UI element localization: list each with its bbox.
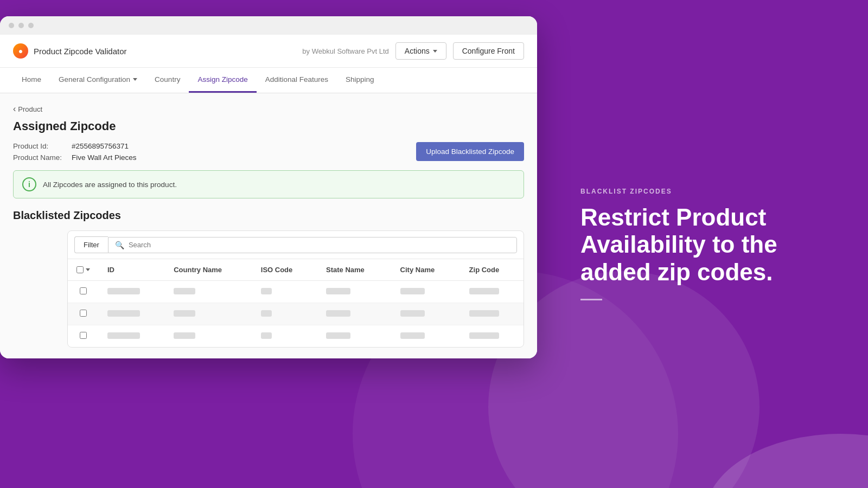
cell-country-name <box>165 303 252 325</box>
upload-blacklisted-zipcode-button[interactable]: Upload Blacklisted Zipcode <box>416 142 524 161</box>
right-panel: BLACKLIST ZIPCODES Restrict Product Avai… <box>537 0 868 488</box>
tab-country[interactable]: Country <box>146 68 189 93</box>
cell-id <box>99 325 165 348</box>
general-config-chevron-icon <box>133 78 137 81</box>
blacklisted-zipcodes-table-container: Filter 🔍 ID <box>67 230 524 348</box>
search-input[interactable] <box>129 241 510 249</box>
cell-zip-code <box>461 303 524 325</box>
panel-title: Restrict Product Availability to the add… <box>580 204 825 286</box>
cell-country-name <box>165 281 252 303</box>
th-checkbox <box>68 259 99 281</box>
product-info: Product Id: #2556895756371 Product Name:… <box>13 142 137 162</box>
search-icon: 🔍 <box>115 241 124 249</box>
breadcrumb-product-label: Product <box>18 105 42 113</box>
th-iso-code: ISO Code <box>252 259 317 281</box>
product-id-label: Product Id: <box>13 142 67 150</box>
cell-id <box>99 303 165 325</box>
tab-shipping[interactable]: Shipping <box>337 68 383 93</box>
tab-general-label: General Configuration <box>59 75 130 84</box>
cell-state-name <box>317 325 392 348</box>
row-checkbox-cell <box>68 281 99 303</box>
app-title: Product Zipcode Validator <box>34 47 126 56</box>
browser-dot-3 <box>28 23 34 28</box>
row-checkbox[interactable] <box>80 332 87 339</box>
cell-iso-code <box>252 281 317 303</box>
th-zip-code: Zip Code <box>461 259 524 281</box>
tab-general-configuration[interactable]: General Configuration <box>50 68 146 93</box>
th-id: ID <box>99 259 165 281</box>
cell-state-name <box>317 281 392 303</box>
browser-dot-2 <box>18 23 24 28</box>
browser-titlebar <box>0 16 537 35</box>
product-info-row: Product Id: #2556895756371 Product Name:… <box>13 142 524 162</box>
data-table: ID Country Name ISO Code State Name City… <box>68 259 524 347</box>
row-checkbox-cell <box>68 325 99 348</box>
main-content: ‹ Product Assigned Zipcode Product Id: #… <box>0 93 537 358</box>
cell-iso-code <box>252 303 317 325</box>
tab-additional-features[interactable]: Additional Features <box>257 68 337 93</box>
cell-zip-code <box>461 325 524 348</box>
product-name-value: Five Wall Art Pieces <box>72 153 137 162</box>
panel-label: BLACKLIST ZIPCODES <box>580 188 825 195</box>
info-banner: i All Zipcodes are assigned to this prod… <box>13 170 524 198</box>
table-row <box>68 303 524 325</box>
th-state-name: State Name <box>317 259 392 281</box>
th-city-name: City Name <box>392 259 461 281</box>
tab-home[interactable]: Home <box>13 68 50 93</box>
table-row <box>68 325 524 348</box>
configure-front-button[interactable]: Configure Front <box>453 42 524 60</box>
breadcrumb: ‹ Product <box>13 104 524 114</box>
app-header: ● Product Zipcode Validator by Webkul So… <box>0 35 537 68</box>
search-wrapper: 🔍 <box>108 237 517 253</box>
cell-iso-code <box>252 325 317 348</box>
row-checkbox[interactable] <box>80 310 87 317</box>
app-header-right: by Webkul Software Pvt Ltd Actions Confi… <box>302 42 524 60</box>
product-name-row: Product Name: Five Wall Art Pieces <box>13 153 137 162</box>
actions-label: Actions <box>405 47 430 55</box>
panel-underline <box>580 299 602 300</box>
table-row <box>68 281 524 303</box>
product-id-value: #2556895756371 <box>72 142 129 150</box>
nav-tabs: Home General Configuration Country Assig… <box>0 68 537 93</box>
cell-city-name <box>392 281 461 303</box>
info-message: All Zipcodes are assigned to this produc… <box>43 181 177 189</box>
actions-chevron-icon <box>433 50 437 53</box>
section-title: Blacklisted Zipcodes <box>13 209 524 222</box>
by-text: by Webkul Software Pvt Ltd <box>302 47 388 55</box>
browser-dot-1 <box>9 23 14 28</box>
select-all-checkbox[interactable] <box>76 266 84 273</box>
row-checkbox[interactable] <box>80 287 87 294</box>
cell-id <box>99 281 165 303</box>
bottom-curve-decoration <box>705 407 868 488</box>
product-id-row: Product Id: #2556895756371 <box>13 142 137 150</box>
cell-state-name <box>317 303 392 325</box>
table-toolbar: Filter 🔍 <box>68 231 524 259</box>
select-chevron-icon[interactable] <box>86 268 90 271</box>
product-name-label: Product Name: <box>13 153 67 162</box>
info-icon: i <box>22 177 36 191</box>
cell-city-name <box>392 325 461 348</box>
tab-assign-zipcode[interactable]: Assign Zipcode <box>189 68 256 93</box>
breadcrumb-back[interactable]: ‹ Product <box>13 104 42 114</box>
actions-button[interactable]: Actions <box>395 42 446 60</box>
cell-country-name <box>165 325 252 348</box>
browser-window: ● Product Zipcode Validator by Webkul So… <box>0 16 537 358</box>
page-title: Assigned Zipcode <box>13 119 524 133</box>
row-checkbox-cell <box>68 303 99 325</box>
svg-point-0 <box>705 434 868 488</box>
cell-zip-code <box>461 281 524 303</box>
filter-button[interactable]: Filter <box>74 236 108 253</box>
app-logo: ● Product Zipcode Validator <box>13 43 126 59</box>
cell-city-name <box>392 303 461 325</box>
back-arrow-icon: ‹ <box>13 104 16 114</box>
th-country-name: Country Name <box>165 259 252 281</box>
app-logo-icon: ● <box>13 43 28 59</box>
